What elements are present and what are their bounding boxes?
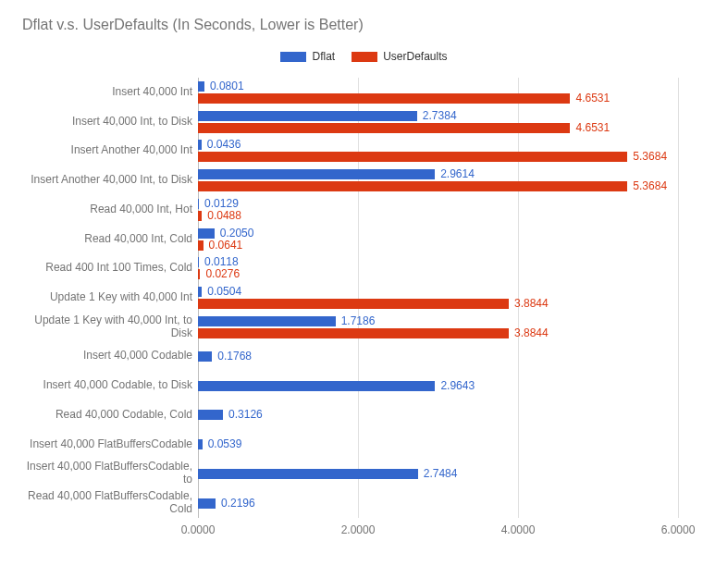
value-label-dflat: 0.0801 [210, 81, 244, 92]
category-label: Insert Another 40,000 Int, to Disk [24, 174, 198, 187]
bar-dflat [198, 498, 216, 509]
bar-userdefaults [198, 299, 509, 309]
bar-userdefaults [198, 152, 627, 162]
bar-dflat [198, 410, 223, 420]
category-label: Read 400 Int 100 Times, Cold [24, 262, 198, 275]
bar-dflat [198, 257, 199, 267]
value-label-userdefaults: 4.6531 [575, 123, 610, 133]
category-group: Insert 40,000 Int, to Disk2.73844.6531 [198, 107, 678, 137]
category-group: Insert 40,000 FlatBuffersCodable, to2.74… [198, 460, 678, 489]
category-group: Insert 40,000 FlatBuffersCodable0.0539 [198, 430, 678, 460]
value-label-userdefaults: 3.8844 [514, 328, 549, 338]
value-label-dflat: 0.2196 [221, 498, 255, 509]
legend-swatch-dflat [280, 52, 306, 62]
value-label-userdefaults: 0.0641 [209, 240, 243, 251]
value-label-dflat: 0.0539 [208, 439, 242, 449]
bar-dflat [198, 351, 212, 362]
bar-userdefaults [198, 211, 202, 221]
category-label: Insert 40,000 Codable, to Disk [24, 379, 198, 392]
category-label: Insert 40,000 Int, to Disk [24, 116, 198, 129]
category-label: Insert 40,000 FlatBuffersCodable, to [24, 461, 198, 487]
value-label-userdefaults: 5.3684 [633, 181, 667, 191]
legend-item-dflat: Dflat [280, 50, 335, 63]
legend: Dflat UserDefaults [22, 50, 706, 63]
category-group: Insert Another 40,000 Int, to Disk2.9614… [198, 166, 678, 195]
bar-dflat [198, 381, 435, 391]
category-label: Insert 40,000 FlatBuffersCodable [24, 438, 198, 451]
category-label: Insert Another 40,000 Int [24, 144, 198, 157]
bar-userdefaults [198, 269, 200, 279]
bar-dflat [198, 287, 202, 297]
category-group: Update 1 Key with 40,000 Int0.05043.8844 [198, 283, 678, 313]
category-label: Read 40,000 Int, Cold [24, 233, 198, 246]
value-label-dflat: 0.1768 [217, 351, 252, 362]
category-group: Insert 40,000 Codable, to Disk2.9643 [198, 371, 678, 400]
x-tick-label: 6.0000 [661, 523, 696, 536]
category-label: Read 40,000 FlatBuffersCodable, Cold [24, 490, 198, 516]
gridline [678, 78, 679, 518]
bar-dflat [198, 81, 204, 92]
category-group: Read 400 Int 100 Times, Cold0.01180.0276 [198, 253, 678, 283]
category-group: Insert 40,000 Int0.08014.6531 [198, 78, 678, 107]
value-label-dflat: 0.0436 [207, 140, 241, 150]
category-group: Read 40,000 FlatBuffersCodable, Cold0.21… [198, 488, 678, 518]
category-group: Read 40,000 Codable, Cold0.3126 [198, 400, 678, 430]
value-label-userdefaults: 0.0276 [205, 269, 240, 279]
bar-dflat [198, 140, 202, 150]
value-label-dflat: 0.0504 [207, 287, 241, 297]
bar-userdefaults [198, 93, 570, 104]
category-group: Read 40,000 Int, Hot0.01290.0488 [198, 195, 678, 225]
category-label: Read 40,000 Codable, Cold [24, 409, 198, 422]
x-tick-label: 2.0000 [341, 523, 376, 536]
value-label-dflat: 2.7384 [423, 111, 457, 121]
category-label: Update 1 Key with 40,000 Int, to Disk [24, 314, 198, 340]
bar-dflat [198, 111, 417, 121]
category-group: Update 1 Key with 40,000 Int, to Disk1.7… [198, 313, 678, 342]
value-label-dflat: 0.2050 [220, 228, 254, 239]
bar-dflat [198, 469, 418, 479]
bar-dflat [198, 199, 199, 209]
bar-userdefaults [198, 328, 509, 338]
x-tick-label: 0.0000 [181, 523, 216, 536]
category-label: Insert 40,000 Int [24, 86, 198, 99]
bar-dflat [198, 316, 336, 326]
value-label-dflat: 0.0129 [204, 199, 239, 209]
value-label-userdefaults: 5.3684 [633, 152, 667, 162]
value-label-userdefaults: 4.6531 [575, 93, 610, 104]
category-label: Insert 40,000 Codable [24, 350, 198, 363]
bar-dflat [198, 228, 215, 239]
category-group: Insert Another 40,000 Int0.04365.3684 [198, 136, 678, 166]
value-label-userdefaults: 3.8844 [514, 299, 549, 309]
category-group: Insert 40,000 Codable0.1768 [198, 342, 678, 372]
category-group: Read 40,000 Int, Cold0.20500.0641 [198, 225, 678, 254]
x-tick-label: 4.0000 [501, 523, 536, 536]
category-label: Read 40,000 Int, Hot [24, 203, 198, 216]
value-label-userdefaults: 0.0488 [207, 211, 241, 221]
legend-swatch-userdefaults [352, 52, 377, 62]
value-label-dflat: 2.7484 [424, 469, 458, 479]
bar-userdefaults [198, 240, 204, 251]
bar-userdefaults [198, 181, 627, 191]
category-label: Update 1 Key with 40,000 Int [24, 291, 198, 304]
value-label-dflat: 1.7186 [341, 316, 376, 326]
value-label-dflat: 2.9614 [440, 169, 475, 179]
plot-area: 0.00002.00004.00006.0000Insert 40,000 In… [198, 78, 678, 518]
legend-label-dflat: Dflat [312, 50, 335, 63]
legend-item-userdefaults: UserDefaults [352, 50, 447, 63]
value-label-dflat: 2.9643 [440, 381, 475, 391]
chart-title: Dflat v.s. UserDefaults (In Seconds, Low… [22, 17, 706, 33]
bar-dflat [198, 439, 203, 449]
value-label-dflat: 0.0118 [204, 257, 239, 267]
bar-dflat [198, 169, 435, 179]
value-label-dflat: 0.3126 [228, 410, 263, 420]
bar-userdefaults [198, 123, 570, 133]
chart-plot: 0.00002.00004.00006.0000Insert 40,000 In… [22, 70, 706, 542]
legend-label-userdefaults: UserDefaults [383, 50, 447, 63]
